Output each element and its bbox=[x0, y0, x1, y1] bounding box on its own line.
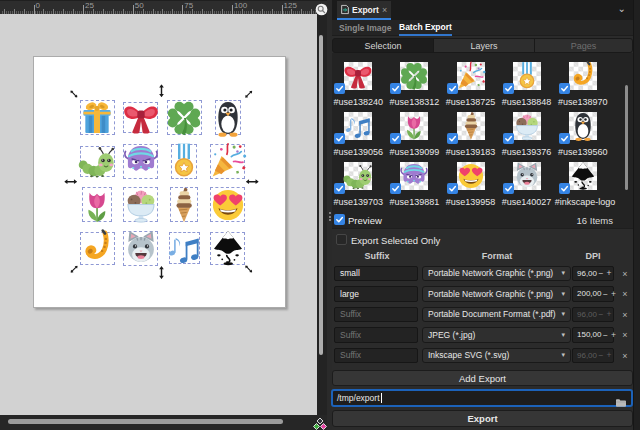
canvas-object-inkscape-logo[interactable] bbox=[210, 231, 245, 266]
format-dropdown[interactable]: Portable Network Graphic (*.png)▾ bbox=[422, 286, 571, 302]
format-dropdown[interactable]: Portable Document Format (*.pdf)▾ bbox=[422, 307, 571, 323]
dock-chevron-down-icon[interactable]: ⌄ bbox=[618, 3, 626, 14]
item-checkbox[interactable] bbox=[559, 183, 570, 194]
preview-checkbox[interactable] bbox=[334, 214, 345, 225]
canvas-desk[interactable] bbox=[0, 14, 317, 415]
batch-item[interactable]: #use138725 bbox=[443, 62, 499, 108]
spin-plus-button[interactable]: + bbox=[605, 309, 613, 319]
item-checkbox[interactable] bbox=[334, 183, 345, 194]
canvas-object-tulip[interactable] bbox=[80, 187, 115, 222]
dpi-spinbox[interactable]: 96,00−+ bbox=[572, 307, 614, 323]
spin-minus-button[interactable]: − bbox=[597, 350, 605, 360]
canvas-object-bow[interactable] bbox=[123, 100, 158, 135]
batch-item[interactable]: #use139881 bbox=[386, 162, 442, 208]
export-path-input[interactable]: /tmp/export bbox=[331, 389, 633, 407]
vertical-scrollbar-handle[interactable] bbox=[319, 35, 323, 355]
canvas-object-medal[interactable] bbox=[167, 144, 202, 179]
color-management-icon[interactable] bbox=[312, 417, 328, 430]
spin-minus-button[interactable]: − bbox=[597, 309, 605, 319]
spin-plus-button[interactable]: + bbox=[605, 268, 613, 278]
dock-tab-export[interactable]: Export × bbox=[337, 1, 391, 20]
canvas-object-saxophone[interactable] bbox=[80, 231, 115, 266]
format-dropdown[interactable]: JPEG (*.jpg)▾ bbox=[422, 327, 571, 343]
spin-plus-button[interactable]: + bbox=[609, 289, 617, 299]
item-checkbox[interactable] bbox=[390, 133, 401, 144]
spin-minus-button[interactable]: − bbox=[601, 330, 609, 340]
horizontal-scrollbar-handle[interactable] bbox=[8, 419, 283, 424]
spin-minus-button[interactable]: − bbox=[601, 289, 609, 299]
spin-plus-button[interactable]: + bbox=[609, 330, 617, 340]
batch-item[interactable]: #use139376 bbox=[499, 112, 555, 158]
batch-item[interactable]: #use139056 bbox=[332, 112, 386, 158]
batch-item[interactable]: #use138970 bbox=[555, 62, 611, 108]
suffix-input[interactable]: Suffix bbox=[334, 348, 418, 364]
dpi-spinbox[interactable]: 200,00−+ bbox=[572, 286, 614, 302]
batch-item[interactable]: #use138848 bbox=[499, 62, 555, 108]
dpi-spinbox[interactable]: 96,00−+ bbox=[572, 266, 614, 282]
export-selected-only-checkbox[interactable] bbox=[336, 234, 347, 245]
item-checkbox[interactable] bbox=[447, 83, 458, 94]
item-checkbox[interactable] bbox=[503, 83, 514, 94]
dock-tab-close-icon[interactable]: × bbox=[382, 5, 387, 15]
export-button[interactable]: Export bbox=[332, 410, 633, 427]
item-checkbox[interactable] bbox=[503, 133, 514, 144]
suffix-input[interactable]: Suffix bbox=[334, 307, 418, 323]
canvas-object-ice-cream-bowl[interactable] bbox=[123, 187, 158, 222]
zoom-corner-button[interactable] bbox=[315, 2, 328, 15]
item-checkbox[interactable] bbox=[559, 133, 570, 144]
suffix-input[interactable]: Suffix bbox=[334, 327, 418, 343]
tab-selection[interactable]: Selection bbox=[332, 38, 434, 53]
dpi-spinbox[interactable]: 150,00−+ bbox=[572, 327, 614, 343]
canvas-object-gift[interactable] bbox=[80, 100, 115, 135]
tab-pages[interactable]: Pages bbox=[534, 38, 633, 53]
remove-row-button[interactable]: × bbox=[619, 288, 631, 300]
item-checkbox[interactable] bbox=[447, 133, 458, 144]
tab-single-image[interactable]: Single Image bbox=[339, 20, 391, 35]
remove-row-button[interactable]: × bbox=[619, 329, 631, 341]
document-page[interactable] bbox=[33, 56, 286, 308]
canvas-object-music-notes[interactable] bbox=[167, 231, 202, 266]
canvas-object-party-popper[interactable] bbox=[210, 144, 245, 179]
tab-layers[interactable]: Layers bbox=[433, 38, 535, 53]
item-checkbox[interactable] bbox=[559, 83, 570, 94]
horizontal-scrollbar[interactable] bbox=[0, 415, 327, 430]
spin-minus-button[interactable]: − bbox=[597, 268, 605, 278]
vertical-scrollbar[interactable] bbox=[317, 14, 327, 415]
suffix-input[interactable]: small bbox=[334, 266, 418, 282]
spin-plus-button[interactable]: + bbox=[605, 350, 613, 360]
batch-item[interactable]: #use139958 bbox=[443, 162, 499, 208]
batch-item[interactable]: #use139703 bbox=[332, 162, 386, 208]
batch-item[interactable]: #use139099 bbox=[386, 112, 442, 158]
export-doc-icon bbox=[340, 4, 350, 15]
canvas-object-caterpillar[interactable] bbox=[80, 144, 115, 179]
dpi-spinbox[interactable]: 96,00−+ bbox=[572, 348, 614, 364]
item-checkbox[interactable] bbox=[447, 183, 458, 194]
horizontal-ruler[interactable]: 0255075100125 bbox=[0, 0, 327, 14]
tab-batch-export[interactable]: Batch Export bbox=[399, 20, 452, 36]
suffix-input[interactable]: large bbox=[334, 286, 418, 302]
canvas-object-soft-ice-cream[interactable] bbox=[167, 187, 202, 222]
batch-item[interactable]: #use138240 bbox=[332, 62, 386, 108]
grid-scrollbar-handle[interactable] bbox=[625, 85, 628, 190]
item-checkbox[interactable] bbox=[334, 83, 345, 94]
canvas-object-penguin[interactable] bbox=[210, 100, 245, 135]
item-checkbox[interactable] bbox=[503, 183, 514, 194]
remove-row-button[interactable]: × bbox=[619, 309, 631, 321]
format-dropdown[interactable]: Portable Network Graphic (*.png)▾ bbox=[422, 266, 571, 282]
remove-row-button[interactable]: × bbox=[619, 268, 631, 280]
item-checkbox[interactable] bbox=[390, 83, 401, 94]
batch-item[interactable]: #inkscape-logo bbox=[555, 162, 611, 208]
canvas-object-cat[interactable] bbox=[123, 231, 158, 266]
canvas-object-octopus[interactable] bbox=[123, 144, 158, 179]
batch-item[interactable]: #use138312 bbox=[386, 62, 442, 108]
format-dropdown[interactable]: Inkscape SVG (*.svg)▾ bbox=[422, 348, 571, 364]
batch-item[interactable]: #use139560 bbox=[555, 112, 611, 158]
batch-item[interactable]: #use139183 bbox=[443, 112, 499, 158]
canvas-object-clover[interactable] bbox=[167, 100, 202, 135]
item-checkbox[interactable] bbox=[390, 183, 401, 194]
add-export-button[interactable]: Add Export bbox=[332, 370, 633, 386]
canvas-object-heart-eyes[interactable] bbox=[210, 187, 245, 222]
batch-item[interactable]: #use140027 bbox=[499, 162, 555, 208]
item-checkbox[interactable] bbox=[334, 133, 345, 144]
remove-row-button[interactable]: × bbox=[619, 350, 631, 362]
